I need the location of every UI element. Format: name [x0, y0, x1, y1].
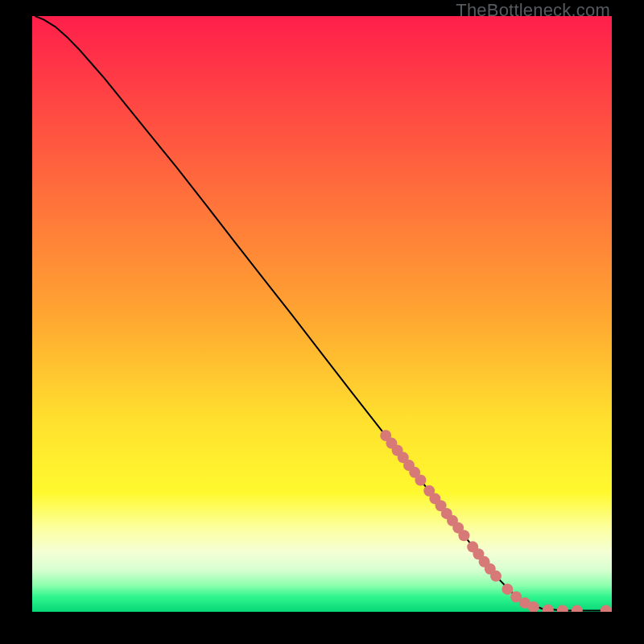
marker-point — [415, 474, 426, 485]
chart-stage: TheBottleneck.com — [0, 0, 644, 644]
marker-point — [572, 605, 583, 612]
plot-svg — [32, 16, 612, 612]
marker-point — [543, 605, 554, 612]
plot-area — [32, 16, 612, 612]
markers-group — [380, 430, 612, 612]
marker-point — [502, 584, 513, 595]
marker-point — [557, 605, 568, 612]
curve-line — [35, 16, 609, 611]
marker-point — [490, 571, 502, 582]
marker-point — [601, 605, 612, 612]
marker-point — [458, 530, 469, 541]
